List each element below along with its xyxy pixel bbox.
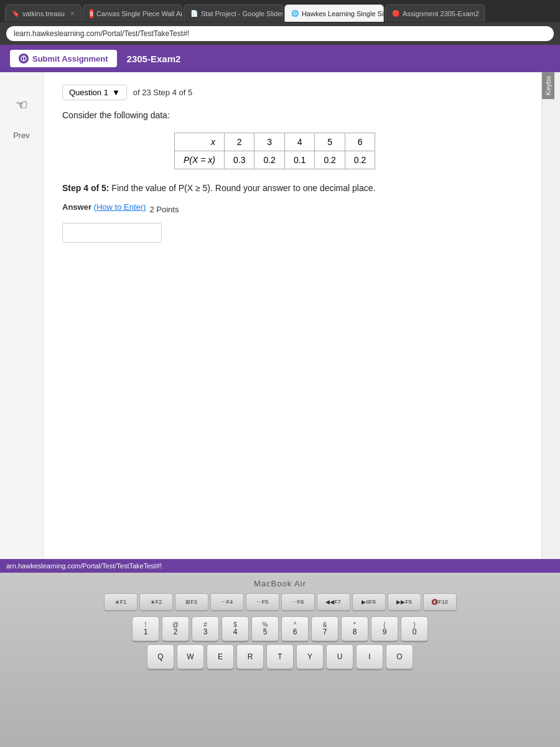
tab-vatkins[interactable]: 🔖 vatkins.treasu × — [5, 4, 82, 22]
f2-label: F2 — [156, 599, 162, 605]
key-e[interactable]: E — [207, 644, 234, 669]
key-f6[interactable]: ⋯ F6 — [281, 593, 315, 611]
submit-icon — [19, 54, 29, 63]
key-y[interactable]: Y — [296, 644, 324, 669]
key-u[interactable]: U — [326, 644, 353, 669]
key-6[interactable]: ^ 6 — [281, 616, 309, 641]
question-of-total: of 23 Step 4 of 5 — [133, 88, 192, 97]
px-val-5: 0.2 — [315, 151, 345, 169]
key-q[interactable]: Q — [147, 644, 174, 669]
key-o[interactable]: O — [386, 644, 413, 669]
key-7[interactable]: & 7 — [311, 616, 338, 641]
address-input[interactable] — [6, 26, 554, 41]
tab-icon-canvas: S — [90, 9, 93, 18]
hand-icon: ☜ — [16, 97, 28, 113]
browser-chrome: 🔖 vatkins.treasu × S Canvas Single Piece… — [0, 0, 560, 45]
key-i-label: I — [368, 653, 370, 660]
tab-slides[interactable]: 📄 Stat Project - Google Slides × — [184, 4, 283, 22]
key-5[interactable]: % 5 — [251, 616, 279, 641]
key-3-bottom: 3 — [203, 628, 208, 636]
key-i[interactable]: I — [356, 644, 383, 669]
prev-button[interactable]: Prev — [13, 131, 30, 140]
submit-label: Submit Assignment — [32, 54, 108, 63]
key-1[interactable]: ! 1 — [132, 616, 159, 641]
tab-hawkes[interactable]: 🌐 Hawkes Learning Single Sig × — [284, 4, 384, 22]
key-f5[interactable]: ⋯ F5 — [246, 593, 279, 611]
how-to-enter-link[interactable]: (How to Enter) — [94, 202, 146, 212]
tab-label-slides: Stat Project - Google Slides — [201, 10, 283, 17]
key-8-bottom: 8 — [353, 628, 357, 636]
dropdown-arrow-icon: ▼ — [112, 88, 120, 97]
submit-assignment-button[interactable]: Submit Assignment — [10, 50, 117, 67]
key-f7[interactable]: ◀◀ F7 — [317, 593, 350, 611]
f7-label: F7 — [334, 599, 341, 605]
f4-icon: ⋯ — [221, 599, 226, 605]
tab-icon-assignment: 🔴 — [392, 10, 399, 17]
px-val-4: 0.1 — [284, 151, 314, 169]
number-row: ! 1 @ 2 # 3 $ 4 % 5 ^ 6 — [132, 616, 428, 641]
px-val-2: 0.3 — [224, 151, 254, 169]
key-1-bottom: 1 — [144, 628, 148, 636]
f1-label: F1 — [120, 599, 127, 605]
tab-canvas[interactable]: S Canvas Single Piece Wall Ar × — [83, 4, 182, 22]
key-f8[interactable]: ▶II F8 — [352, 593, 386, 611]
macbook-label: MacBook Air — [12, 579, 548, 588]
key-f4[interactable]: ⋯ F4 — [210, 593, 244, 611]
f10-icon: 🔇 — [431, 599, 438, 605]
f5-icon: ⋯ — [256, 599, 262, 605]
fn-key-row: ☀ F1 ☀ F2 ⊞ F3 ⋯ F4 ⋯ F5 ⋯ F6 — [104, 593, 457, 611]
key-3[interactable]: # 3 — [192, 616, 219, 641]
key-t-label: T — [278, 653, 282, 660]
key-8[interactable]: * 8 — [341, 616, 368, 641]
key-f3[interactable]: ⊞ F3 — [175, 593, 208, 611]
key-4[interactable]: $ 4 — [222, 616, 249, 641]
question-dropdown[interactable]: Question 1 ▼ — [62, 85, 127, 100]
key-o-label: O — [396, 653, 402, 660]
f10-label: F10 — [438, 599, 448, 605]
f6-icon: ⋯ — [292, 599, 297, 605]
f9-icon: ▶▶ — [396, 599, 405, 605]
data-table: x 2 3 4 5 6 P(X = x) 0.3 0.2 0.1 0.2 0.2 — [174, 133, 375, 169]
key-w[interactable]: W — [177, 644, 204, 669]
key-r-label: R — [248, 653, 253, 660]
f8-label: F8 — [369, 599, 376, 605]
tab-close-vatkins[interactable]: × — [70, 9, 75, 18]
key-2[interactable]: @ 2 — [162, 616, 189, 641]
key-f10[interactable]: 🔇 F10 — [423, 593, 457, 611]
tab-icon-slides: 📄 — [190, 10, 198, 17]
answer-input[interactable] — [62, 223, 162, 243]
keyboard-area: MacBook Air ☀ F1 ☀ F2 ⊞ F3 ⋯ F4 ⋯ F5 — [0, 573, 560, 747]
key-f1[interactable]: ☀ F1 — [104, 593, 138, 611]
f2-icon: ☀ — [150, 599, 156, 606]
key-t[interactable]: T — [266, 644, 294, 669]
qwerty-row: Q W E R T Y U I O — [147, 644, 413, 669]
table-row-px: P(X = x) 0.3 0.2 0.1 0.2 0.2 — [175, 151, 375, 169]
key-r[interactable]: R — [236, 644, 264, 669]
keyboard-button[interactable]: Keybo — [542, 72, 554, 99]
keyboard-rows: ☀ F1 ☀ F2 ⊞ F3 ⋯ F4 ⋯ F5 ⋯ F6 — [12, 593, 548, 669]
right-sidebar: Keybo — [541, 72, 560, 573]
tab-label-vatkins: vatkins.treasu — [22, 10, 65, 17]
key-9[interactable]: ( 9 — [371, 616, 398, 641]
tab-label-hawkes: Hawkes Learning Single Sig — [302, 10, 384, 17]
app-header: Submit Assignment 2305-Exam2 — [0, 45, 560, 72]
key-0-bottom: 0 — [413, 628, 417, 636]
key-f9[interactable]: ▶▶ F9 — [388, 593, 421, 611]
key-0[interactable]: ) 0 — [401, 616, 428, 641]
key-f2[interactable]: ☀ F2 — [139, 593, 173, 611]
tab-assignment[interactable]: 🔴 Assignment 2305-Exam2 — [385, 4, 485, 22]
address-bar — [0, 22, 560, 45]
x-col-2: 2 — [224, 133, 254, 151]
key-5-bottom: 5 — [263, 628, 268, 636]
question-nav: Question 1 ▼ of 23 Step 4 of 5 — [62, 85, 523, 100]
status-url: arn.hawkeslearning.com/Portal/Test/TestT… — [6, 562, 162, 570]
f6-label: F6 — [297, 599, 304, 605]
answer-section: Answer (How to Enter) 2 Points — [62, 202, 523, 243]
question-prompt: Consider the following data: — [62, 110, 523, 120]
status-bar: arn.hawkeslearning.com/Portal/Test/TestT… — [0, 559, 560, 573]
f1-icon: ☀ — [114, 599, 120, 606]
key-w-label: W — [187, 653, 194, 660]
x-col-4: 4 — [284, 133, 314, 151]
key-y-label: Y — [307, 653, 312, 660]
tab-label-canvas: Canvas Single Piece Wall Ar — [96, 10, 182, 17]
